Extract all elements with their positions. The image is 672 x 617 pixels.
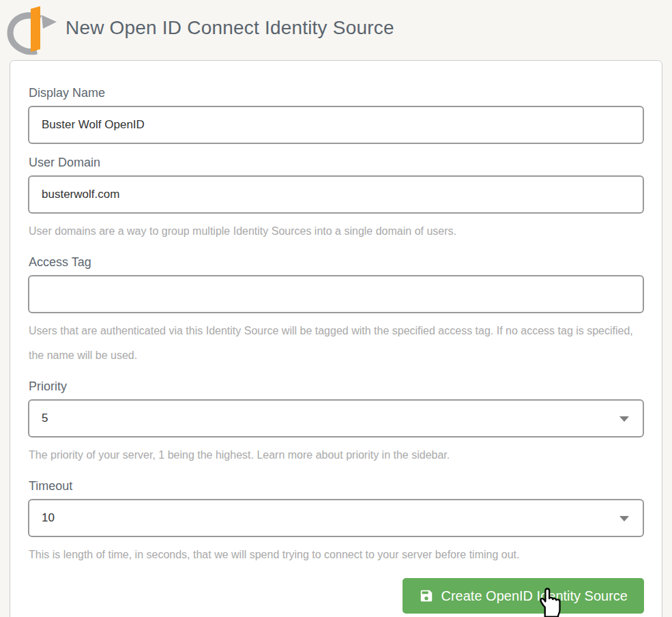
form-card: Display Name User Domain User domains ar… — [10, 60, 662, 617]
user-domain-group: User Domain User domains are a way to gr… — [28, 155, 644, 244]
priority-help: The priority of your server, 1 being the… — [29, 443, 644, 468]
chevron-down-icon — [619, 516, 629, 521]
chevron-down-icon — [619, 416, 629, 422]
display-name-group: Display Name — [28, 85, 644, 144]
timeout-group: Timeout 10 This is length of time, in se… — [28, 478, 644, 567]
access-tag-input[interactable] — [28, 275, 644, 313]
create-button-label: Create OpenID Identity Source — [441, 588, 628, 604]
access-tag-help: Users that are authenticated via this Id… — [29, 319, 644, 368]
timeout-selected-value: 10 — [42, 511, 55, 525]
timeout-select[interactable]: 10 — [28, 499, 644, 537]
priority-select[interactable]: 5 — [28, 399, 644, 437]
save-icon — [419, 588, 434, 603]
display-name-input[interactable] — [28, 106, 644, 144]
page-header: New Open ID Connect Identity Source — [0, 0, 672, 60]
user-domain-input[interactable] — [28, 175, 644, 214]
user-domain-label: User Domain — [29, 155, 644, 170]
priority-label: Priority — [29, 379, 644, 394]
openid-logo — [5, 1, 60, 59]
create-openid-identity-source-button[interactable]: Create OpenID Identity Source — [403, 578, 644, 614]
openid-logo-icon — [5, 1, 60, 59]
display-name-label: Display Name — [29, 85, 644, 100]
access-tag-label: Access Tag — [29, 255, 644, 270]
priority-selected-value: 5 — [42, 412, 48, 425]
priority-group: Priority 5 The priority of your server, … — [28, 379, 644, 468]
timeout-label: Timeout — [29, 478, 644, 493]
user-domain-help: User domains are a way to group multiple… — [29, 219, 644, 244]
access-tag-group: Access Tag Users that are authenticated … — [28, 255, 644, 368]
timeout-help: This is length of time, in seconds, that… — [29, 543, 644, 567]
actions-row: Create OpenID Identity Source — [28, 578, 644, 614]
page-title: New Open ID Connect Identity Source — [65, 17, 394, 39]
